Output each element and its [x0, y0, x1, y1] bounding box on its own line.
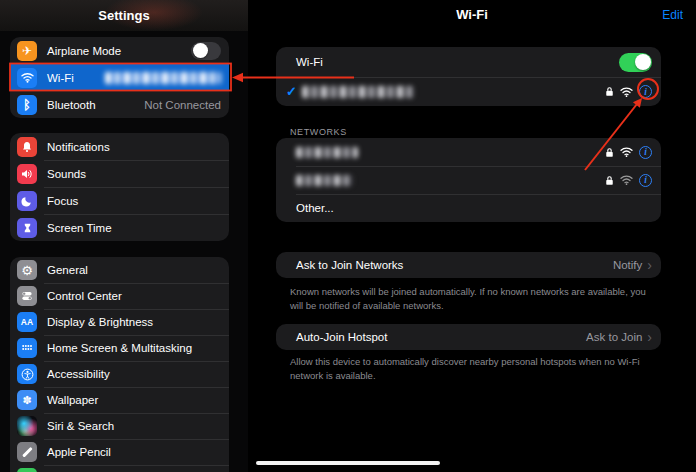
other-network-row[interactable]: Other... [276, 194, 661, 222]
settings-sidebar: Settings ✈ Airplane Mode Wi-Fi [0, 0, 248, 472]
info-icon[interactable]: i [639, 146, 652, 159]
bluetooth-status: Not Connected [144, 99, 221, 111]
sidebar-item-label: Siri & Search [47, 420, 114, 432]
pencil-icon [17, 442, 37, 462]
auto-join-hotspot-card: Auto-Join Hotspot Ask to Join › [276, 324, 661, 350]
sidebar-item-label: Home Screen & Multitasking [47, 342, 192, 354]
auto-join-value: Ask to Join [586, 331, 642, 343]
sidebar-item-focus[interactable]: Focus [10, 187, 229, 214]
redacted-network-name [105, 72, 221, 84]
flower-icon: ✽ [17, 390, 37, 410]
sidebar-group-notifications: Notifications Sounds Focus Screen Time [10, 133, 229, 241]
sidebar-item-label: Wi-Fi [47, 72, 74, 84]
sidebar-item-airplane-mode[interactable]: ✈ Airplane Mode [10, 37, 229, 64]
sidebar-item-siri-search[interactable]: Siri & Search [10, 413, 229, 439]
battery-icon [17, 468, 37, 472]
wifi-signal-icon [620, 147, 633, 157]
speaker-icon [17, 164, 37, 184]
checkmark-icon: ✓ [286, 84, 302, 99]
info-icon[interactable]: i [639, 85, 652, 98]
control-center-icon [17, 286, 37, 306]
redacted-network-name [296, 175, 353, 186]
sidebar-group-general: ⚙ General Control Center AA Display & Br… [10, 257, 229, 472]
network-row-icons: i [605, 146, 652, 159]
ask-to-join-footer: Known networks will be joined automatica… [290, 285, 656, 313]
sidebar-item-label: Accessibility [47, 368, 110, 380]
sidebar-item-control-center[interactable]: Control Center [10, 283, 229, 309]
sidebar-item-sounds[interactable]: Sounds [10, 160, 229, 187]
sidebar-item-wallpaper[interactable]: ✽ Wallpaper [10, 387, 229, 413]
auto-join-hotspot-row[interactable]: Auto-Join Hotspot Ask to Join › [276, 324, 661, 350]
page-title: Wi-Fi [248, 7, 696, 22]
network-row[interactable]: i [276, 138, 661, 166]
network-row-icons: i [605, 85, 652, 98]
accessibility-icon [17, 364, 37, 384]
sidebar-titlebar: Settings [0, 0, 248, 31]
toggle-knob [635, 54, 651, 70]
ask-to-join-row[interactable]: Ask to Join Networks Notify › [276, 252, 661, 278]
ask-to-join-card: Ask to Join Networks Notify › [276, 252, 661, 278]
sidebar-item-home-screen[interactable]: Home Screen & Multitasking [10, 335, 229, 361]
lock-icon [605, 175, 614, 186]
info-icon[interactable]: i [639, 174, 652, 187]
sidebar-item-label: Wallpaper [47, 394, 98, 406]
wifi-toggle-label: Wi-Fi [296, 56, 323, 68]
networks-card: i i Other... [276, 138, 661, 222]
sidebar-item-label: Apple Pencil [47, 446, 111, 458]
wifi-toggle[interactable] [619, 53, 652, 72]
sidebar-item-label: Notifications [47, 141, 110, 153]
sidebar-item-bluetooth[interactable]: ᛒ Bluetooth Not Connected [10, 91, 229, 118]
networks-section-header: NETWORKS [290, 127, 347, 137]
sidebar-item-label: Airplane Mode [47, 45, 121, 57]
sidebar-item-display-brightness[interactable]: AA Display & Brightness [10, 309, 229, 335]
sidebar-item-accessibility[interactable]: Accessibility [10, 361, 229, 387]
auto-join-footer: Allow this device to automatically disco… [290, 355, 656, 383]
hourglass-icon [17, 218, 37, 238]
wifi-toggle-row: Wi-Fi [276, 47, 661, 77]
home-indicator[interactable] [256, 461, 440, 465]
sidebar-item-label: Display & Brightness [47, 316, 153, 328]
lock-icon [605, 86, 614, 97]
moon-icon [17, 191, 37, 211]
gear-icon: ⚙ [17, 260, 37, 280]
airplane-icon: ✈ [17, 41, 37, 61]
sidebar-item-wifi[interactable]: Wi-Fi [10, 64, 229, 91]
sidebar-group-radios: ✈ Airplane Mode Wi-Fi ᛒ Blueto [10, 37, 229, 118]
sidebar-item-label: Focus [47, 195, 78, 207]
wifi-toggle-card: Wi-Fi ✓ i [276, 47, 661, 106]
sidebar-item-label: Screen Time [47, 222, 112, 234]
home-screen-grid-icon [17, 338, 37, 358]
ipad-settings-screen: Settings ✈ Airplane Mode Wi-Fi [0, 0, 696, 472]
other-label: Other... [296, 202, 334, 214]
lock-icon [605, 147, 614, 158]
sidebar-item-next-partial[interactable] [10, 465, 229, 472]
sidebar-item-label: Control Center [47, 290, 122, 302]
sidebar-item-notifications[interactable]: Notifications [10, 133, 229, 160]
bell-icon [17, 137, 37, 157]
sidebar-item-label: Bluetooth [47, 99, 96, 111]
ask-to-join-value: Notify [613, 259, 642, 271]
sidebar-item-general[interactable]: ⚙ General [10, 257, 229, 283]
connected-network-row[interactable]: ✓ i [276, 77, 661, 106]
airplane-mode-toggle[interactable] [191, 42, 221, 60]
sidebar-item-label: Sounds [47, 168, 86, 180]
sidebar-title: Settings [98, 8, 149, 23]
sidebar-item-label: General [47, 264, 88, 276]
wifi-settings-pane: Wi-Fi Edit Wi-Fi ✓ i NETWORKS [248, 0, 696, 472]
ask-to-join-label: Ask to Join Networks [296, 259, 403, 271]
sidebar-item-apple-pencil[interactable]: Apple Pencil [10, 439, 229, 465]
network-row[interactable]: i [276, 166, 661, 194]
siri-icon [17, 416, 37, 436]
toggle-knob [193, 43, 208, 58]
wifi-signal-icon [620, 175, 633, 185]
auto-join-label: Auto-Join Hotspot [296, 331, 387, 343]
network-row-icons: i [605, 174, 652, 187]
chevron-right-icon: › [647, 258, 652, 272]
edit-button[interactable]: Edit [662, 8, 683, 22]
redacted-network-name [296, 147, 358, 158]
redacted-network-name [302, 86, 414, 98]
bluetooth-icon: ᛒ [17, 95, 37, 115]
wifi-signal-icon [620, 87, 633, 97]
chevron-right-icon: › [647, 330, 652, 344]
sidebar-item-screen-time[interactable]: Screen Time [10, 214, 229, 241]
